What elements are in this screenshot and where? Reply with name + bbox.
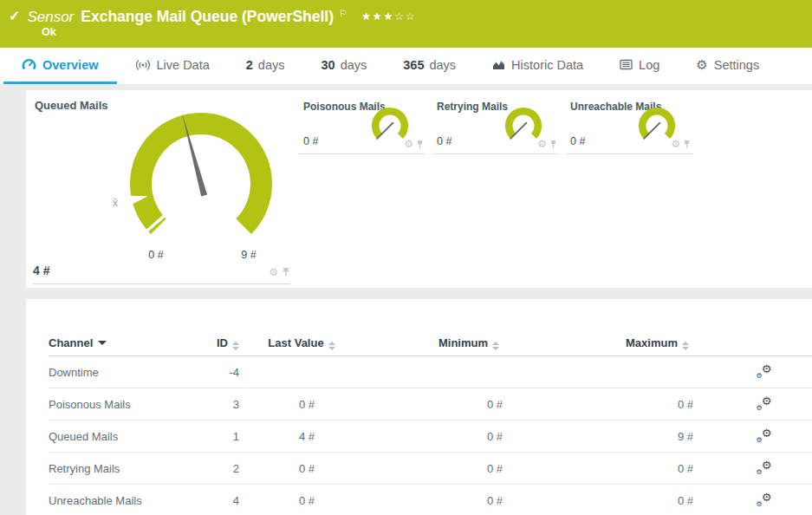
table-row-poisonous-mails: Poisonous Mails 3 0 # 0 # 0 # ⚙⚙	[49, 388, 812, 420]
channel-maximum	[547, 356, 737, 388]
column-label: ID	[217, 336, 228, 349]
status-badge: Ok	[42, 26, 56, 38]
column-header-minimum[interactable]: Minimum	[361, 299, 547, 356]
channel-maximum: 9 #	[547, 420, 737, 453]
tab-number: 365	[403, 58, 424, 72]
channel-name[interactable]: Queued Mails	[49, 420, 205, 453]
tab-live-data[interactable]: Live Data	[117, 48, 228, 84]
tab-log[interactable]: Log	[601, 48, 678, 84]
channel-name[interactable]: Unreachable Mails	[49, 485, 205, 515]
column-header-channel[interactable]: Channel	[49, 299, 205, 356]
channel-id: -4	[205, 356, 265, 388]
gauge-scale-max-label: 9 #	[241, 249, 256, 261]
sort-icon	[682, 342, 689, 350]
channel-name[interactable]: Downtime	[49, 356, 205, 388]
channel-maximum: 0 #	[547, 453, 737, 485]
sensor-status-header: ✓ Sensor Exchange Mail Queue (PowerShell…	[0, 0, 812, 48]
tab-bar: Overview Live Data 2 days 30 days 365 da…	[0, 48, 812, 84]
priority-flag-icon[interactable]: ⚐	[339, 8, 348, 19]
tab-365-days[interactable]: 365 days	[385, 48, 474, 84]
sort-icon	[328, 342, 335, 350]
gauges-card: Queued Mails x̄ 0 # 9 # 4 # ⚙	[26, 90, 812, 288]
gauge-arc	[372, 108, 408, 139]
tab-number: 30	[321, 58, 335, 72]
gauge-current-value: 0 #	[437, 135, 451, 147]
panel-poisonous-mails: Poisonous Mails 0 # ⚙	[299, 90, 425, 154]
channel-settings-button[interactable]: ⚙⚙	[757, 396, 772, 410]
column-label: Channel	[49, 336, 93, 349]
column-label: Maximum	[626, 336, 678, 349]
channel-minimum: 0 #	[361, 388, 547, 420]
tab-overview[interactable]: Overview	[3, 48, 117, 84]
column-header-last-value[interactable]: Last Value	[265, 299, 361, 356]
channel-last-value: 0 #	[265, 388, 361, 420]
gauge-pin-icon[interactable]	[416, 140, 424, 149]
gauge-current-value: 4 #	[33, 264, 49, 277]
gauge-settings-gear-icon[interactable]: ⚙	[671, 139, 680, 149]
channel-settings-button[interactable]: ⚙⚙	[757, 364, 772, 378]
gauge-pin-icon[interactable]	[683, 140, 691, 149]
gauge-current-value: 0 #	[570, 135, 585, 147]
channel-minimum: 0 #	[361, 420, 547, 453]
column-header-id[interactable]: ID	[205, 299, 265, 356]
area-chart-icon	[492, 59, 505, 70]
live-broadcast-icon	[135, 59, 151, 71]
column-label: Last Value	[268, 336, 323, 349]
gauge-arc	[639, 108, 675, 139]
channel-last-value: 0 #	[265, 453, 361, 485]
gauge-settings-gear-icon[interactable]: ⚙	[537, 139, 547, 149]
tab-label: Overview	[42, 58, 99, 72]
tab-label: days	[341, 58, 367, 72]
panel-retrying-mails: Retrying Mails 0 # ⚙	[432, 90, 559, 154]
channel-last-value: 4 #	[265, 420, 361, 453]
table-row-retrying-mails: Retrying Mails 2 0 # 0 # 0 # ⚙⚙	[49, 453, 812, 485]
gauge-icon	[22, 58, 36, 71]
panel-unreachable-mails: Unreachable Mails 0 # ⚙	[566, 90, 692, 154]
channel-minimum: 0 #	[361, 453, 547, 485]
log-list-icon	[620, 59, 633, 70]
tab-number: 2	[246, 58, 253, 72]
channel-settings-button[interactable]: ⚙⚙	[757, 460, 772, 474]
gauge-pin-icon[interactable]	[282, 267, 290, 277]
channel-settings-button[interactable]: ⚙⚙	[757, 492, 772, 506]
channel-last-value	[265, 356, 361, 388]
tab-30-days[interactable]: 30 days	[302, 48, 385, 84]
page-title: Exchange Mail Queue (PowerShell)	[81, 8, 334, 26]
sort-icon	[492, 342, 499, 350]
sort-icon	[232, 342, 239, 350]
gauge-average-marker-label: x̄	[113, 197, 118, 209]
tab-historic-data[interactable]: Historic Data	[474, 48, 601, 84]
status-ok-check-icon: ✓	[9, 8, 20, 24]
panel-queued-mails: Queued Mails x̄ 0 # 9 # 4 # ⚙	[26, 90, 292, 288]
column-label: Minimum	[438, 336, 488, 349]
channel-id: 4	[205, 485, 265, 515]
channels-table-card: Channel ID Last Value Minimum Maximum	[26, 299, 812, 515]
gauge-arc	[505, 108, 542, 139]
channel-id: 3	[205, 388, 265, 420]
overview-content: Queued Mails x̄ 0 # 9 # 4 # ⚙	[0, 84, 812, 515]
channel-settings-button[interactable]: ⚙⚙	[757, 428, 772, 442]
channels-table: Channel ID Last Value Minimum Maximum	[49, 299, 812, 515]
gauge-settings-gear-icon[interactable]: ⚙	[404, 139, 413, 149]
tab-label: days	[258, 58, 285, 72]
tab-label: Historic Data	[511, 58, 583, 72]
object-kind-label: Sensor	[27, 9, 74, 26]
channel-name[interactable]: Retrying Mails	[49, 453, 205, 485]
table-row-unreachable-mails: Unreachable Mails 4 0 # 0 # 0 # ⚙⚙	[49, 485, 812, 515]
tab-label: Settings	[714, 58, 759, 72]
channel-minimum	[361, 356, 547, 388]
column-header-maximum[interactable]: Maximum	[547, 299, 737, 356]
channel-minimum: 0 #	[361, 485, 547, 515]
priority-stars-rating[interactable]: ★★★☆☆	[361, 10, 417, 23]
table-row-queued-mails: Queued Mails 1 4 # 0 # 9 # ⚙⚙	[49, 420, 812, 453]
channel-id: 2	[205, 453, 265, 485]
tab-2-days[interactable]: 2 days	[228, 48, 303, 84]
tab-settings[interactable]: ⚙ Settings	[678, 48, 777, 84]
channel-maximum: 0 #	[547, 388, 737, 420]
channel-name[interactable]: Poisonous Mails	[49, 388, 205, 420]
gauge-pin-icon[interactable]	[549, 140, 557, 149]
gauge-arc	[130, 113, 272, 234]
sort-desc-icon	[98, 341, 107, 345]
gauge-settings-gear-icon[interactable]: ⚙	[269, 267, 278, 277]
queued-mails-gauge: x̄ 0 # 9 #	[104, 104, 298, 269]
